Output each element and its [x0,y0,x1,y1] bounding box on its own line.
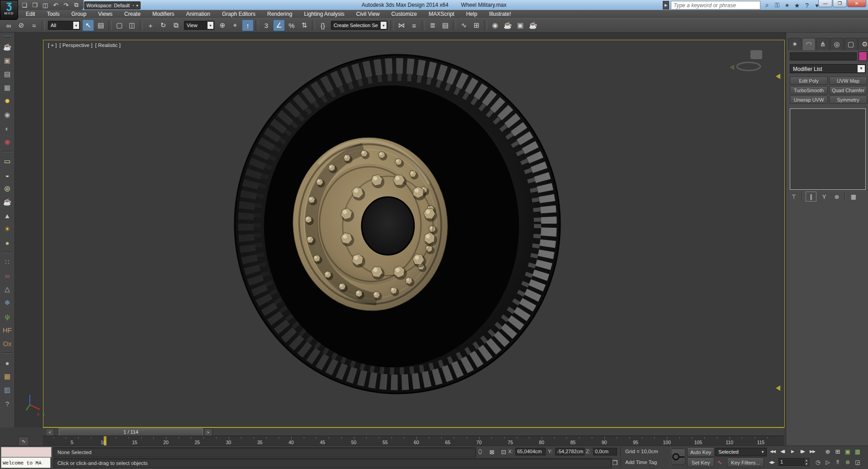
modifier-button-uvw-map[interactable]: UVW Map [829,77,867,85]
selection-filter-dropdown[interactable]: All [48,21,80,30]
set-key-button[interactable]: Set Key [687,458,714,467]
modifier-button-unwrap-uvw[interactable]: Unwrap UVW [790,96,828,104]
fur-ox-icon[interactable]: Ox [1,338,13,349]
y-coordinate-field[interactable]: -54,2782cm [555,448,585,455]
menu-item[interactable]: MAXScript [423,10,460,18]
teapot-wireframe-icon[interactable]: ☕ [1,196,13,208]
object-name-field[interactable] [790,52,857,61]
render-production-button[interactable]: ☕ [527,19,539,31]
ffd-modifier-icon[interactable]: △ [1,283,13,295]
remove-modifier-icon[interactable]: ⊗ [832,192,842,201]
light-lister-icon[interactable]: ✹ [1,95,13,107]
open-mini-curve-editor-button[interactable]: ∿ [18,436,29,446]
perspective-viewport[interactable]: [ + ] [ Perspective ] [ Realistic ] [43,40,785,427]
select-and-manipulate-button[interactable]: ⌖ [229,19,241,31]
snaps-toggle-3d[interactable]: 3 [260,19,272,31]
maxscript-macro-recorder-field[interactable] [1,447,52,457]
modifier-button-symmetry[interactable]: Symmetry [829,96,867,104]
particle-array-icon[interactable]: ∷ [1,256,13,268]
time-configuration-button[interactable]: ◷ [813,458,823,466]
render-setup-dialog-icon[interactable]: ▤ [1,68,13,80]
unlink-selection-button[interactable]: ⊘ [15,19,27,31]
application-menu-button[interactable]: Ʒ MXD [0,0,18,20]
menu-item[interactable]: Civil View [350,10,386,18]
scene-window-icon[interactable]: ❐ [610,459,619,467]
film-camera-icon[interactable]: ◉ [1,136,13,148]
configure-modifier-sets-icon[interactable]: ▦ [849,192,859,201]
search-input[interactable] [671,1,760,9]
maxscript-listener-icon[interactable]: ▥ [1,384,13,396]
rock-object-icon[interactable]: ❄ [1,297,13,309]
play-animation-button[interactable]: ▶ [788,447,797,455]
z-coordinate-field[interactable]: 0,0cm [593,448,617,455]
sunlight-icon[interactable]: ☀ [1,223,13,235]
curve-editor-button[interactable]: ∿ [458,19,470,31]
metaballs-icon[interactable]: ∞ [1,270,13,281]
time-slider-track[interactable]: < 1 / 114 > [43,427,784,436]
track-bar[interactable]: 5101520253035404550556065707580859095100… [43,436,784,446]
menu-item[interactable]: Group [66,10,92,18]
select-and-rotate-button[interactable]: ↻ [157,19,169,31]
workspace-selector[interactable]: Workspace: Default▼ [84,1,138,9]
tab-display[interactable]: ▢ [844,38,858,50]
selection-lock-toggle[interactable]: ⊠ [487,448,496,456]
auto-key-button[interactable]: Auto Key [687,447,714,457]
key-mode-dropdown[interactable]: Selected [715,448,767,456]
tab-utilities[interactable]: ⚙ [858,38,868,50]
viewcube[interactable] [730,50,762,70]
restore-button[interactable]: ❐ [833,0,847,7]
isolate-selection-toggle[interactable]: ⬯ [476,448,485,456]
graphite-ribbon-toggle[interactable]: ▤ [439,19,451,31]
menu-item[interactable]: Views [92,10,118,18]
menu-item[interactable]: Tools [41,10,66,18]
viewport-pov-menu[interactable]: [ Perspective ] [60,42,93,48]
menu-item[interactable]: Edit [20,10,41,18]
use-pivot-point-center-button[interactable]: ⊕ [217,19,228,31]
modifier-list-dropdown[interactable]: Modifier List ▼ [790,64,866,73]
new-scene-icon[interactable]: ❏ [20,1,29,9]
reference-coordinate-system-dropdown[interactable]: View [184,21,214,30]
favorites-star-icon[interactable]: ★ [792,1,802,9]
render-teapot-icon[interactable]: ☕ [1,41,13,53]
previous-frame-button[interactable]: ◀▮ [778,447,788,455]
modifier-button-quad-chamfer[interactable]: Quad Chamfer [829,86,867,94]
zoom-all-button[interactable]: ⊞ [833,447,843,455]
bind-to-space-warp-button[interactable]: ≈ [28,19,40,31]
menu-item[interactable]: Modifiers [146,10,180,18]
modifier-button-turbosmooth[interactable]: TurboSmooth [790,86,828,94]
menu-item[interactable]: Lighting Analysis [298,10,350,18]
zoom-extents-all-button[interactable]: ▦ [853,447,863,455]
menu-item[interactable]: Help [460,10,483,18]
angle-snap-toggle[interactable]: ∠ [273,19,285,31]
schematic-view-button[interactable]: ⊞ [471,19,482,31]
field-of-view-button[interactable]: ▷ [823,458,833,466]
undo-icon[interactable]: ↶ [51,1,60,9]
percent-snap-toggle[interactable]: % [286,19,297,31]
infocenter-expand-icon[interactable]: ▶ [663,1,669,9]
select-and-scale-button[interactable]: ⧉ [170,19,182,31]
rendered-frame-window-icon[interactable]: ▣ [1,55,13,66]
go-to-end-button[interactable]: ▶▶ [807,447,817,455]
edit-named-selection-sets-button[interactable]: {} [317,19,329,31]
modifier-stack-list[interactable] [790,108,866,190]
modifier-button-edit-poly[interactable]: Edit Poly [790,77,828,85]
spinner-snap-toggle[interactable]: ⇅ [298,19,310,31]
walk-through-button[interactable]: ‼ [833,458,843,466]
viewport-general-menu[interactable]: [ + ] [48,42,57,48]
sign-in-key-icon[interactable]: ⚿ [772,1,782,9]
qat-flyout-button[interactable]: ▼ [134,1,141,9]
omni-light-icon[interactable]: ◎ [1,183,13,194]
zoom-button[interactable]: ⊕ [823,447,833,455]
go-to-start-button[interactable]: ◀◀ [768,447,778,455]
set-keys-button[interactable] [671,449,685,465]
asset-browser-icon[interactable]: ▦ [1,371,13,382]
rendered-frame-window-button[interactable]: ▣ [514,19,526,31]
rectangular-selection-region-button[interactable]: ▢ [113,19,125,31]
align-button[interactable]: ≡ [408,19,420,31]
maximize-viewport-toggle[interactable]: ◲ [853,458,863,466]
time-slider-handle[interactable]: 1 / 114 [59,428,203,436]
next-frame-button[interactable]: ▮▶ [797,447,807,455]
select-object-button[interactable]: ↖ [82,19,94,31]
current-frame-field[interactable]: 1 [778,458,804,466]
video-post-camera-icon[interactable]: ◉ [1,109,13,121]
